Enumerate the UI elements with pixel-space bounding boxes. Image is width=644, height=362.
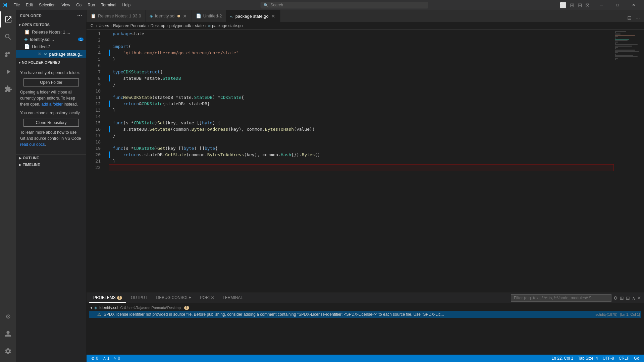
- file-icon-package: ∞: [44, 51, 47, 57]
- close-panel-button[interactable]: ✕: [637, 295, 641, 301]
- more-actions-button[interactable]: ···: [634, 14, 641, 22]
- file-item-package-state[interactable]: ✕ ∞ package state.g...: [16, 50, 86, 58]
- bottom-panel: PROBLEMS 1 OUTPUT DEBUG CONSOLE PORTS TE…: [87, 293, 644, 355]
- file-item-identity[interactable]: ◈ Identity.sol... 1: [16, 36, 86, 43]
- outline-header[interactable]: ▶ OUTLINE: [16, 155, 86, 161]
- code-line-13: }: [109, 107, 614, 113]
- expand-panel-icon[interactable]: ∧: [632, 295, 635, 301]
- panel-filter-input[interactable]: [511, 294, 611, 302]
- editor-area: 📋 Release Notes: 1.93.0 ◈ Identity.sol ✕…: [87, 10, 644, 362]
- sidebar-more-icon[interactable]: ···: [77, 13, 82, 19]
- maximize-button[interactable]: □: [610, 0, 625, 10]
- tab-package-state[interactable]: ∞ package state.go ✕: [226, 10, 280, 22]
- tab-ports[interactable]: PORTS: [196, 293, 218, 303]
- code-line-19: func (s *CDKState) Get(key []byte) []byt…: [109, 145, 614, 152]
- source-control-activity-icon[interactable]: [0, 46, 16, 62]
- breadcrumb-state[interactable]: state: [195, 23, 204, 28]
- settings-icon[interactable]: [0, 343, 16, 359]
- close-button[interactable]: ✕: [626, 0, 641, 10]
- clone-repo-button[interactable]: Clone Repository: [23, 119, 79, 127]
- status-warnings[interactable]: △ 1: [101, 355, 112, 362]
- menu-go[interactable]: Go: [73, 2, 84, 8]
- search-icon: 🔍: [264, 3, 268, 7]
- activity-bar-bottom: ⊗: [0, 308, 16, 362]
- timeline-header[interactable]: ▶ TIMELINE: [16, 161, 86, 168]
- terminal-label: TERMINAL: [222, 295, 243, 300]
- problem-item-1[interactable]: ⚠ SPDX license identifier not provided i…: [89, 311, 641, 318]
- search-bar[interactable]: 🔍 Search: [261, 2, 428, 8]
- menu-selection[interactable]: Selection: [36, 2, 58, 8]
- code-line-10: [109, 88, 614, 94]
- breadcrumb-desktop[interactable]: Desktop: [151, 23, 165, 28]
- file-name-package: package state.g...: [49, 52, 84, 57]
- code-line-4: "github.com/ethereum/go-ethereum/core/st…: [109, 50, 614, 56]
- explorer-activity-icon[interactable]: [0, 11, 16, 27]
- error-count: 0: [96, 356, 98, 361]
- cursor-position: Ln 22, Col 1: [552, 356, 574, 361]
- tab-close-identity[interactable]: ✕: [182, 13, 187, 19]
- code-editor[interactable]: package state import ( "github.com/ether…: [103, 30, 614, 293]
- extensions-activity-icon[interactable]: [0, 81, 16, 97]
- problem-section-chevron: ▾: [91, 306, 92, 310]
- breadcrumb-file[interactable]: package state.go: [212, 23, 243, 28]
- panel-icon-2[interactable]: ⊟: [626, 295, 630, 301]
- open-editors-section[interactable]: ▾ OPEN EDITORS: [16, 21, 86, 28]
- file-item-release-notes[interactable]: 📋 Release Notes: 1....: [16, 28, 86, 36]
- tab-release-notes[interactable]: 📋 Release Notes: 1.93.0: [87, 10, 146, 22]
- line-numbers: 12345678910111213141516171819202122: [87, 30, 103, 293]
- filter-icon[interactable]: ⚙: [613, 295, 618, 301]
- layout-icon-4[interactable]: ⊠: [584, 2, 591, 8]
- account-icon[interactable]: [0, 326, 16, 342]
- breadcrumb-drive[interactable]: C:: [91, 23, 95, 28]
- menu-run[interactable]: Run: [85, 2, 98, 8]
- layout-icon-1[interactable]: ⬜: [558, 2, 568, 8]
- breadcrumb: C: › Users › Rajasree Ponnada › Desktop …: [87, 22, 644, 30]
- tab-terminal[interactable]: TERMINAL: [218, 293, 247, 303]
- outline-label: OUTLINE: [23, 156, 39, 160]
- menu-file[interactable]: File: [11, 2, 22, 8]
- wrap-icon[interactable]: ⊞: [620, 295, 624, 301]
- status-encoding[interactable]: UTF-8: [601, 356, 616, 361]
- tab-problems[interactable]: PROBLEMS 1: [89, 293, 126, 303]
- status-language[interactable]: Go: [632, 356, 641, 361]
- tab-identity-sol[interactable]: ◈ Identity.sol ✕: [146, 10, 192, 22]
- breadcrumb-username[interactable]: Rajasree Ponnada: [113, 23, 146, 28]
- menu-terminal[interactable]: Terminal: [98, 2, 119, 8]
- status-source-control[interactable]: ⑂ 0: [112, 355, 122, 362]
- breadcrumb-polygon[interactable]: polygon-cdk: [169, 23, 191, 28]
- tab-close-package[interactable]: ✕: [271, 13, 276, 19]
- status-line-ending[interactable]: CRLF: [617, 356, 631, 361]
- menu-edit[interactable]: Edit: [23, 2, 36, 8]
- read-docs-link[interactable]: read our docs: [20, 142, 45, 147]
- minimize-button[interactable]: ─: [594, 0, 609, 10]
- panel-tabs: PROBLEMS 1 OUTPUT DEBUG CONSOLE PORTS TE…: [87, 293, 644, 303]
- status-errors[interactable]: ⊗ 0: [89, 355, 100, 362]
- sep1: ›: [96, 23, 97, 28]
- tab-untitled-2[interactable]: 📄 Untitled-2: [192, 10, 226, 22]
- add-folder-link[interactable]: add a folder: [41, 102, 62, 107]
- run-debug-activity-icon[interactable]: [0, 64, 16, 80]
- status-tab-size[interactable]: Tab Size: 4: [576, 356, 600, 361]
- search-activity-icon[interactable]: [0, 29, 16, 45]
- activity-bar: ⊗: [0, 10, 16, 362]
- menu-help[interactable]: Help: [120, 2, 133, 8]
- open-editors-chevron: ▾: [19, 23, 20, 27]
- breadcrumb-users[interactable]: Users: [99, 23, 109, 28]
- tab-output[interactable]: OUTPUT: [127, 293, 151, 303]
- file-item-untitled[interactable]: 📄 Untitled-2: [16, 43, 86, 50]
- tab-label-untitled: Untitled-2: [203, 13, 222, 18]
- sidebar: EXPLORER ··· ▾ OPEN EDITORS 📋 Release No…: [16, 10, 87, 362]
- problem-section-identity[interactable]: ▾ ◈ Identity.sol C:\Users\Rajasree Ponna…: [89, 304, 641, 311]
- status-cursor[interactable]: Ln 22, Col 1: [550, 356, 576, 361]
- tab-debug-console[interactable]: DEBUG CONSOLE: [152, 293, 196, 303]
- menu-view[interactable]: View: [59, 2, 73, 8]
- layout-icon-3[interactable]: ⊟: [576, 2, 583, 8]
- code-line-7: type CDKState struct {: [109, 69, 614, 75]
- layout-icon-2[interactable]: ⊞: [569, 2, 576, 8]
- open-folder-button[interactable]: Open Folder: [23, 78, 79, 86]
- remote-icon[interactable]: ⊗: [0, 308, 16, 324]
- close-icon-package[interactable]: ✕: [38, 51, 42, 57]
- code-line-1: package state: [109, 31, 614, 37]
- no-folder-section[interactable]: ▾ NO FOLDER OPENED: [16, 59, 86, 66]
- split-editor-button[interactable]: ⊟: [626, 14, 633, 22]
